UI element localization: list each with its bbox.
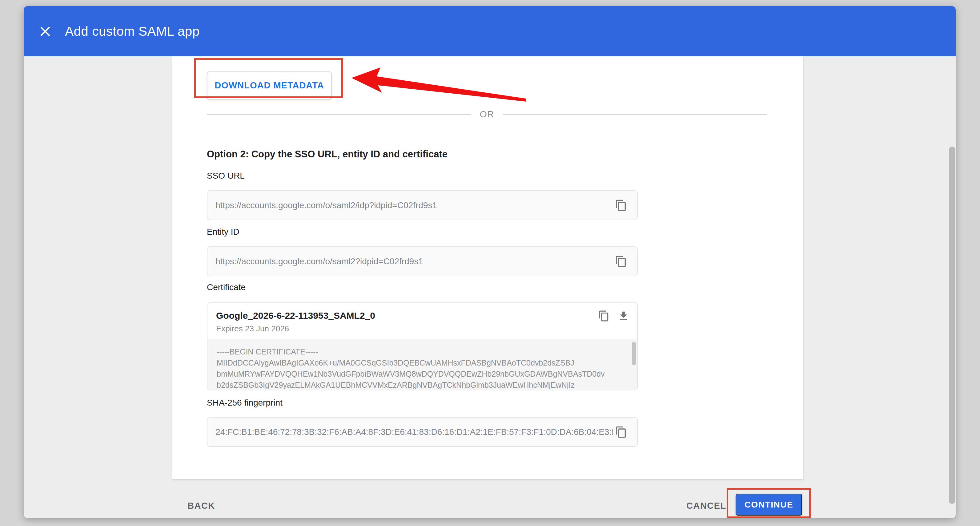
cancel-button[interactable]: CANCEL [686,499,726,512]
copy-icon [615,425,627,440]
sha256-fingerprint-value: 24:FC:B1:BE:46:72:78:3B:32:F6:AB:A4:8F:3… [215,427,613,437]
back-button[interactable]: BACK [188,499,215,512]
certificate-name: Google_2026-6-22-113953_SAML2_0 [216,311,375,321]
screen: Add custom SAML app DOWNLOAD METADATA OR… [0,0,980,526]
dialog-header: Add custom SAML app [24,6,956,56]
fingerprint-copy-button[interactable] [613,424,629,441]
sso-url-label: SSO URL [207,171,245,181]
pem-line: MIIDdDCCAlygAwIBAgIGAXo6K+u/MA0GCSqGSIb3… [217,357,628,368]
certificate-header: Google_2026-6-22-113953_SAML2_0 Expires … [207,303,637,340]
entity-id-value: https://accounts.google.com/o/saml2?idpi… [215,257,613,266]
download-metadata-button[interactable]: DOWNLOAD METADATA [207,72,332,99]
add-custom-saml-app-dialog: Add custom SAML app DOWNLOAD METADATA OR… [24,6,956,518]
pem-line: bmMuMRYwFAYDVQQHEw1Nb3VudGFpbiBWaWV3MQ8w… [217,368,628,379]
certificate-card: Google_2026-6-22-113953_SAML2_0 Expires … [207,303,638,391]
or-divider-label: OR [471,109,503,120]
or-divider: OR [207,109,767,120]
certificate-download-button[interactable] [616,308,632,325]
option2-heading: Option 2: Copy the SSO URL, entity ID an… [207,149,447,160]
download-icon [618,309,629,323]
divider-line-right [503,114,767,115]
content-card: DOWNLOAD METADATA OR Option 2: Copy the … [172,56,803,479]
dialog-title: Add custom SAML app [65,24,200,39]
certificate-copy-button[interactable] [596,308,612,325]
close-icon [38,25,52,38]
copy-icon [615,198,627,213]
entity-id-copy-button[interactable] [613,253,629,270]
certificate-expiry: Expires 23 Jun 2026 [216,324,289,333]
pem-line: b2dsZSBGb3IgV29yazELMAkGA1UEBhMCVVMxEzAR… [217,379,628,391]
copy-icon [598,309,610,323]
sso-url-copy-button[interactable] [613,197,629,214]
pem-line: -----BEGIN CERTIFICATE----- [217,346,628,357]
sso-url-field: https://accounts.google.com/o/saml2/idp?… [207,190,638,220]
sso-url-value: https://accounts.google.com/o/saml2/idp?… [215,201,613,210]
sha256-fingerprint-field: 24:FC:B1:BE:46:72:78:3B:32:F6:AB:A4:8F:3… [207,417,638,447]
page-scrollbar-thumb[interactable] [949,147,955,504]
close-button[interactable] [38,24,52,39]
entity-id-field: https://accounts.google.com/o/saml2?idpi… [207,246,638,276]
certificate-actions [596,308,632,325]
continue-button[interactable]: CONTINUE [736,494,802,515]
entity-id-label: Entity ID [207,227,239,237]
copy-icon [615,254,627,269]
certificate-scrollbar-thumb[interactable] [632,342,636,365]
certificate-label: Certificate [207,282,246,292]
certificate-pem-text[interactable]: -----BEGIN CERTIFICATE----- MIIDdDCCAlyg… [207,340,637,391]
sha256-fingerprint-label: SHA-256 fingerprint [207,398,283,408]
divider-line-left [207,114,471,115]
